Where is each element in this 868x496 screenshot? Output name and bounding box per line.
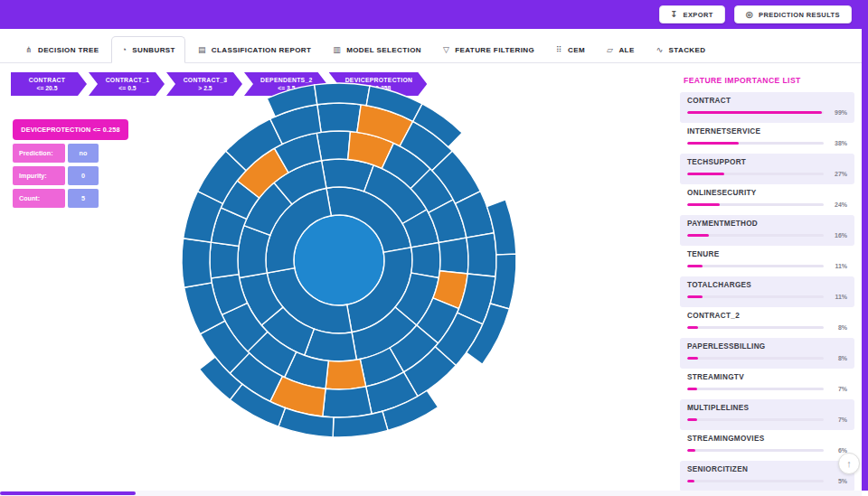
feature-bar-line: 24% <box>687 201 847 208</box>
feature-bar-fill <box>687 357 698 360</box>
tab-cem[interactable]: ⠿CEM <box>547 37 594 62</box>
sunburst-segment[interactable] <box>323 387 372 417</box>
feature-bar-track <box>687 265 824 267</box>
node-info-card: DEVICEPROTECTION <= 0.258 Prediction:noI… <box>13 119 128 208</box>
feature-bar-line: 11% <box>687 263 847 269</box>
feature-percent: 7% <box>829 416 847 423</box>
feature-percent: 11% <box>829 263 847 269</box>
tab-feature-filtering[interactable]: ▽FEATURE FILTERING <box>434 37 543 62</box>
feature-percent: 7% <box>829 386 847 392</box>
feature-bar-track <box>687 203 824 206</box>
tab-stacked[interactable]: ∿STACKED <box>647 37 715 62</box>
app-window: ↧ EXPORT ◎ PREDICTION RESULTS ⋔DECISION … <box>0 0 868 496</box>
feature-importance-list: CONTRACT99%INTERNETSERVICE38%TECHSUPPORT… <box>680 92 854 491</box>
feature-importance-row[interactable]: TOTALCHARGES11% <box>680 276 854 307</box>
node-info-row: Count:5 <box>13 189 128 208</box>
feature-bar-line: 16% <box>687 232 847 239</box>
tab-label: FEATURE FILTERING <box>455 46 534 54</box>
sunburst-segment[interactable] <box>326 360 366 389</box>
feature-filtering-icon: ▽ <box>443 45 449 54</box>
tab-model-selection[interactable]: ▥MODEL SELECTION <box>324 37 430 62</box>
horizontal-scrollbar[interactable] <box>0 491 862 496</box>
feature-name: CONTRACT <box>687 97 847 105</box>
feature-bar-line: 7% <box>687 386 847 392</box>
feature-name: STREAMINGTV <box>687 373 847 381</box>
feature-importance-row[interactable]: PAYMENTMETHOD16% <box>680 215 854 246</box>
chip-feature-name: CONTRACT_1 <box>105 76 150 84</box>
feature-percent: 24% <box>829 201 847 208</box>
feature-name: STREAMINGMOVIES <box>687 435 847 443</box>
feature-name: PAPERLESSBILLING <box>687 342 847 351</box>
sunburst-segment[interactable] <box>317 103 361 132</box>
sunburst-segment[interactable] <box>210 242 239 278</box>
feature-importance-row[interactable]: STREAMINGMOVIES6% <box>680 430 854 461</box>
feature-name: CONTRACT_2 <box>687 312 847 320</box>
sunburst-chart[interactable] <box>156 76 522 445</box>
breadcrumb-chip-contract[interactable]: CONTRACT<= 20.5 <box>11 72 87 96</box>
tab-decision-tree[interactable]: ⋔DECISION TREE <box>16 37 108 62</box>
classification-report-icon: ▤ <box>198 45 206 54</box>
feature-importance-row[interactable]: MULTIPLELINES7% <box>680 399 854 430</box>
scroll-to-top-button[interactable]: ↑ <box>838 453 860 474</box>
feature-importance-title: FEATURE IMPORTANCE LIST <box>680 70 854 92</box>
feature-importance-row[interactable]: SENIORCITIZEN5% <box>680 461 854 491</box>
node-info-value: 0 <box>68 166 99 185</box>
cem-icon: ⠿ <box>556 45 562 54</box>
tab-sunburst[interactable]: ◔SUNBURST <box>111 36 185 63</box>
tab-classification-report[interactable]: ▤CLASSIFICATION REPORT <box>189 37 320 62</box>
breadcrumb-chip-contract_1[interactable]: CONTRACT_1<= 0.5 <box>89 72 165 96</box>
tab-label: CLASSIFICATION REPORT <box>212 46 311 54</box>
feature-importance-row[interactable]: TECHSUPPORT27% <box>680 154 854 184</box>
node-info-label: Impurity: <box>13 166 65 185</box>
feature-bar-fill <box>687 418 697 421</box>
node-info-label: Prediction: <box>13 144 65 163</box>
top-bar: ↧ EXPORT ◎ PREDICTION RESULTS <box>0 0 868 29</box>
horizontal-scrollbar-thumb[interactable] <box>0 491 136 495</box>
node-info-value: 5 <box>68 189 99 208</box>
feature-percent: 99% <box>829 109 847 116</box>
node-info-row: Impurity:0 <box>13 166 128 185</box>
tab-ale[interactable]: ▱ALE <box>598 37 644 62</box>
feature-percent: 11% <box>829 294 847 300</box>
feature-importance-row[interactable]: CONTRACT_28% <box>680 307 854 338</box>
feature-bar-line: 7% <box>687 416 847 423</box>
sunburst-segment[interactable] <box>182 239 212 287</box>
feature-importance-row[interactable]: ONLINESECURITY24% <box>680 184 854 215</box>
feature-bar-track <box>687 234 824 237</box>
feature-bar-fill <box>687 142 739 145</box>
sunburst-segment[interactable] <box>315 83 370 106</box>
feature-bar-track <box>687 449 824 452</box>
feature-importance-row[interactable]: TENURE11% <box>680 246 854 276</box>
feature-importance-row[interactable]: PAPERLESSBILLING8% <box>680 338 854 369</box>
node-info-title: DEVICEPROTECTION <= 0.258 <box>13 119 128 140</box>
feature-bar-line: 11% <box>687 294 847 300</box>
feature-bar-fill <box>687 234 709 237</box>
sunburst-segment[interactable] <box>316 131 350 161</box>
feature-importance-row[interactable]: STREAMINGTV7% <box>680 369 854 399</box>
feature-percent: 5% <box>829 478 847 484</box>
feature-importance-row[interactable]: INTERNETSERVICE38% <box>680 123 854 154</box>
feature-bar-fill <box>687 388 697 390</box>
feature-importance-row[interactable]: CONTRACT99% <box>680 92 854 123</box>
tab-label: CEM <box>568 46 585 54</box>
sunburst-segment[interactable] <box>467 233 496 276</box>
vertical-scrollbar[interactable] <box>862 0 868 491</box>
feature-bar-track <box>687 295 824 298</box>
sunburst-segment[interactable] <box>411 243 440 278</box>
feature-percent: 16% <box>829 232 847 239</box>
feature-bar-track <box>687 388 824 390</box>
sunburst-segment[interactable] <box>439 238 468 274</box>
export-button[interactable]: ↧ EXPORT <box>659 5 725 23</box>
prediction-results-button[interactable]: ◎ PREDICTION RESULTS <box>734 5 852 23</box>
feature-name: INTERNETSERVICE <box>687 127 847 136</box>
chip-feature-name: CONTRACT <box>22 76 72 84</box>
ale-icon: ▱ <box>607 45 613 54</box>
node-info-label: Count: <box>13 189 65 208</box>
chip-condition: <= 0.5 <box>105 84 150 92</box>
feature-bar-fill <box>687 449 695 452</box>
feature-bar-track <box>687 142 824 145</box>
feature-bar-track <box>687 111 824 114</box>
feature-percent: 27% <box>829 171 847 177</box>
feature-bar-fill <box>687 203 720 206</box>
feature-bar-track <box>687 173 824 175</box>
